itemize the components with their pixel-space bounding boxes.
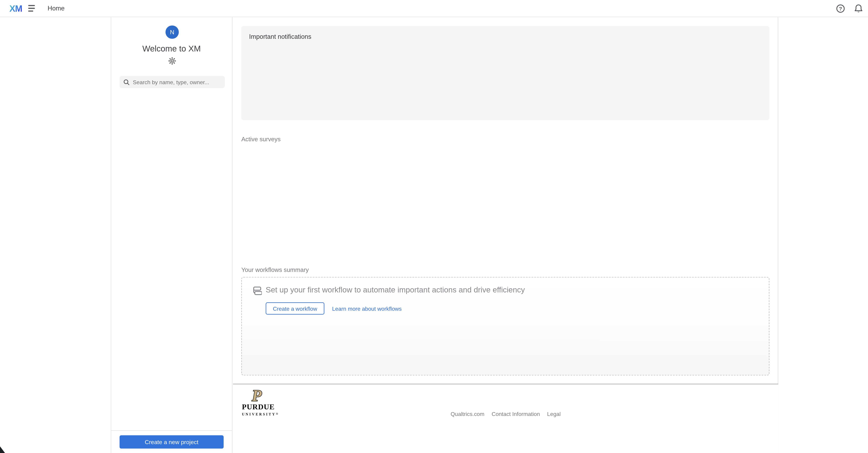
welcome-title: Welcome to XM <box>111 44 232 53</box>
workflows-empty-state: Set up your first workflow to automate i… <box>241 277 769 375</box>
create-workflow-button[interactable]: Create a workflow <box>266 302 324 314</box>
purdue-p-icon: P <box>251 387 265 404</box>
notifications-bell-icon[interactable] <box>854 4 864 13</box>
sidebar-bottom-section: Create a new project <box>111 430 232 453</box>
search-icon <box>123 79 129 85</box>
svg-text:?: ? <box>839 6 842 11</box>
learn-more-workflows-link[interactable]: Learn more about workflows <box>332 305 402 311</box>
footer-links: Qualtrics.com Contact Information Legal <box>233 411 778 417</box>
page-title: Home <box>48 5 65 12</box>
avatar[interactable]: N <box>165 25 179 39</box>
sidebar: N Welcome to XM <box>111 17 232 453</box>
purdue-wordmark: PURDUE <box>242 402 281 412</box>
notifications-title: Important notifications <box>249 33 311 40</box>
important-notifications-panel: Important notifications <box>241 26 769 120</box>
workflows-actions: Create a workflow Learn more about workf… <box>266 302 402 314</box>
settings-gear-icon[interactable] <box>168 57 176 65</box>
active-surveys-heading: Active surveys <box>241 136 281 142</box>
footer-link-legal[interactable]: Legal <box>547 411 561 417</box>
footer: P PURDUE UNIVERSITY® Qualtrics.com Conta… <box>233 384 778 453</box>
workflows-headline: Set up your first workflow to automate i… <box>266 285 609 294</box>
qualtrics-home-page: XM Home ? N Welcome to XM <box>0 0 868 453</box>
footer-link-qualtrics[interactable]: Qualtrics.com <box>451 411 485 417</box>
xm-logo[interactable]: XM <box>9 3 22 14</box>
svg-text:P: P <box>252 387 262 404</box>
workflows-summary-heading: Your workflows summary <box>241 266 309 273</box>
main-content: Important notifications Active surveys Y… <box>233 17 778 453</box>
workflow-icon <box>251 284 262 297</box>
search-input[interactable] <box>133 79 221 85</box>
topbar: XM Home ? <box>0 0 868 17</box>
mouse-cursor <box>0 446 5 453</box>
help-icon[interactable]: ? <box>835 4 845 13</box>
create-new-project-button[interactable]: Create a new project <box>120 435 224 449</box>
footer-link-contact[interactable]: Contact Information <box>492 411 540 417</box>
project-search <box>120 76 225 88</box>
hamburger-menu-icon[interactable] <box>28 5 37 13</box>
topbar-actions: ? <box>835 0 864 17</box>
